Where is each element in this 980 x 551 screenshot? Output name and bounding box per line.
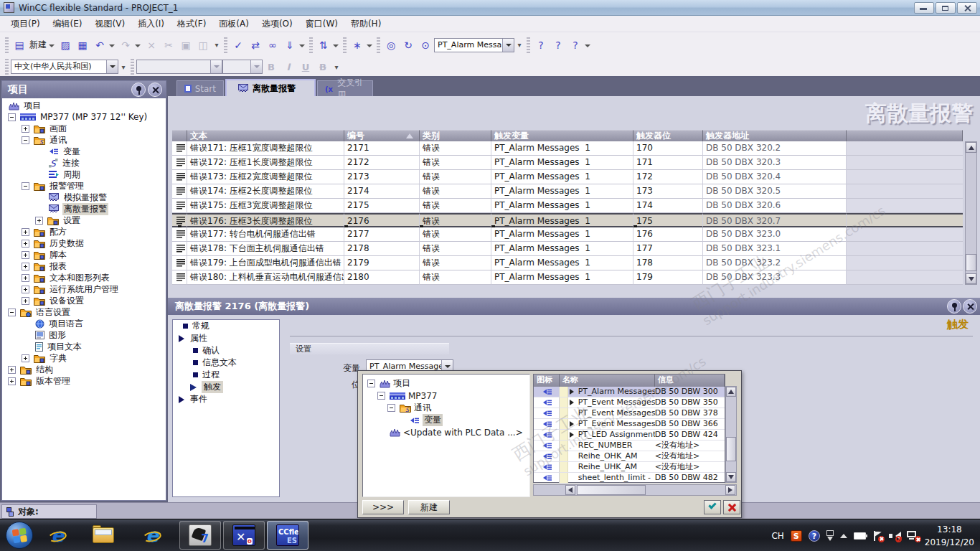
picker-row-8[interactable]: sheet_lenth_limit -DB 50 DBW 482	[534, 473, 725, 484]
format-caret[interactable]: ▾	[332, 59, 341, 75]
expand-icon[interactable]	[22, 354, 29, 362]
column-header-类别[interactable]: 类别	[420, 130, 491, 141]
tree-item-0[interactable]: 项目	[2, 100, 166, 111]
alarm-row-2173[interactable]: 错误173: 压框2宽度调整超限位2173错误PT_Alarm Messages…	[172, 170, 963, 184]
picker-row-0[interactable]: PT_Alarm Messages 1DB 50 DBW 300	[534, 387, 725, 397]
redo-button[interactable]: ↷	[118, 37, 133, 53]
language-caret[interactable]: ▾	[119, 59, 128, 75]
tree-item-23[interactable]: 结构	[2, 364, 166, 375]
menu-item-5[interactable]: 面板(A)	[212, 17, 255, 32]
taskbar-wincc-flexible-button[interactable]: CCfleES	[267, 521, 308, 550]
picker-row-1[interactable]: PT_Event Messages 1DB 50 DBW 350	[534, 397, 725, 408]
picker-vscrollbar[interactable]	[725, 386, 737, 483]
expand-icon[interactable]	[8, 377, 16, 385]
chevron-down-icon[interactable]	[109, 44, 115, 50]
siemens-tray-icon[interactable]: S	[791, 530, 802, 542]
tab-cross-reference[interactable]: (x) 交叉引用	[317, 80, 373, 96]
alarm-row-2174[interactable]: 错误174: 压框2长度调整超限位2174错误PT_Alarm Messages…	[172, 184, 963, 199]
save-button[interactable]: ▦	[75, 37, 90, 53]
expand-icon[interactable]	[22, 125, 29, 133]
scrollbar-thumb[interactable]	[577, 485, 646, 495]
tree-item-8[interactable]: 模拟量报警	[2, 192, 166, 203]
tree-item-2[interactable]: 画面	[2, 123, 166, 134]
new-variable-button[interactable]: 新建	[408, 500, 450, 514]
expand-icon[interactable]	[8, 366, 16, 374]
scroll-left-icon[interactable]	[565, 485, 575, 495]
menu-item-2[interactable]: 视图(V)	[89, 17, 132, 32]
tree-item-20[interactable]: 图形	[2, 329, 166, 341]
picker-tree-item-0[interactable]: 项目	[363, 377, 529, 390]
row-selector[interactable]	[172, 170, 187, 184]
tree-item-17[interactable]: 设备设置	[2, 295, 166, 306]
expand-icon[interactable]	[22, 251, 29, 259]
italic-button[interactable]: I	[281, 62, 296, 72]
collapse-icon[interactable]	[22, 182, 29, 190]
picker-column-header-图标[interactable]: 图标	[534, 375, 560, 387]
export-button[interactable]: ⇓	[282, 37, 298, 53]
alarm-row-2178[interactable]: 错误178: 下台面主机伺服通信出错2178错误PT_Alarm Message…	[172, 242, 963, 256]
alarm-row-2176[interactable]: 错误176: 压框3长度调整超限位2176错误PT_Alarm Messages…	[172, 213, 963, 227]
bold-button[interactable]: B	[264, 62, 278, 72]
menu-item-4[interactable]: 格式(F)	[171, 17, 212, 32]
collapse-icon[interactable]	[377, 392, 385, 400]
picker-row-7[interactable]: Reihe_UHK_AM<没有地址>	[534, 462, 725, 473]
toolbar-overflow-caret[interactable]: ▾	[212, 37, 221, 53]
restore-window-tray-icon[interactable]	[826, 530, 834, 541]
restore-button[interactable]	[936, 2, 956, 14]
taskbar-explorer-icon[interactable]	[92, 524, 115, 546]
picker-row-5[interactable]: REC_NUMBER<没有地址>	[534, 441, 725, 451]
show-hidden-icons[interactable]	[840, 534, 847, 538]
menu-item-3[interactable]: 插入(I)	[131, 17, 171, 32]
scroll-down-icon[interactable]	[726, 472, 736, 482]
column-header-触发变量[interactable]: 触发变量	[491, 130, 633, 141]
picker-row-4[interactable]: PT_LED Assignment 1DB 50 DBW 424	[534, 430, 725, 441]
alarm-row-2179[interactable]: 错误179: 上台面成型电机伺服通信出错2179错误PT_Alarm Messa…	[172, 256, 963, 270]
cancel-button[interactable]	[723, 500, 740, 514]
column-header-文本[interactable]: 文本	[187, 130, 344, 141]
picker-tree-item-3[interactable]: 变量	[363, 414, 529, 426]
chevron-down-icon[interactable]	[299, 44, 305, 50]
expand-icon[interactable]	[22, 297, 29, 305]
picker-column-header-信息[interactable]: 信息	[655, 375, 725, 387]
chevron-down-icon[interactable]	[585, 44, 590, 50]
find-replace-button[interactable]: ∗	[349, 37, 365, 53]
check-consistency-button[interactable]: ✓	[230, 37, 246, 53]
collapse-icon[interactable]	[22, 136, 29, 144]
start-button[interactable]	[6, 522, 33, 549]
picker-row-3[interactable]: PT_Event Messages 3DB 50 DBW 366	[534, 419, 725, 430]
column-header-blank[interactable]	[847, 130, 963, 141]
tree-item-9[interactable]: 离散量报警	[2, 203, 166, 215]
tree-item-16[interactable]: 运行系统用户管理	[2, 283, 166, 295]
underline-button[interactable]: U	[298, 62, 313, 72]
tab-discrete-alarms[interactable]: 离散量报警	[225, 79, 316, 96]
tree-item-6[interactable]: 周期	[2, 169, 166, 180]
network-disconnected-icon[interactable]	[907, 531, 918, 540]
expand-icon[interactable]	[22, 240, 29, 248]
row-selector[interactable]	[172, 256, 187, 270]
delete-button[interactable]: ×	[143, 37, 159, 53]
object-tab[interactable]: 对象:	[1, 504, 97, 519]
clock[interactable]: 13:18 2019/12/20	[925, 523, 974, 549]
copy-button[interactable]: ▣	[178, 37, 194, 53]
tree-item-14[interactable]: 报表	[2, 260, 166, 272]
tree-item-5[interactable]: S连接	[2, 157, 166, 169]
scroll-up-icon[interactable]	[726, 387, 736, 397]
alarm-row-2175[interactable]: 错误175: 压框3宽度调整超限位2175错误PT_Alarm Messages…	[172, 199, 963, 213]
properties-nav-6[interactable]: 事件	[173, 393, 279, 405]
close-button[interactable]	[957, 2, 977, 14]
properties-pin-icon[interactable]	[947, 299, 961, 314]
column-header-触发器地址[interactable]: 触发器地址	[703, 130, 847, 141]
picker-tree-item-2[interactable]: S通讯	[363, 402, 529, 414]
taskbar-netpro-button[interactable]: ✕o	[223, 521, 265, 550]
chevron-down-icon[interactable]	[135, 44, 141, 50]
sort-button[interactable]: ⇅	[316, 37, 331, 53]
row-selector[interactable]	[172, 242, 187, 256]
menu-item-8[interactable]: 帮助(H)	[344, 17, 387, 32]
expand-icon[interactable]	[22, 286, 29, 293]
help-tray-icon[interactable]: ?	[809, 530, 820, 542]
column-header-blank[interactable]	[172, 130, 187, 141]
scroll-up-icon[interactable]	[966, 142, 976, 153]
menu-item-6[interactable]: 选项(O)	[255, 17, 299, 32]
tree-item-12[interactable]: 历史数据	[2, 237, 166, 249]
tree-item-11[interactable]: 配方	[2, 226, 166, 237]
